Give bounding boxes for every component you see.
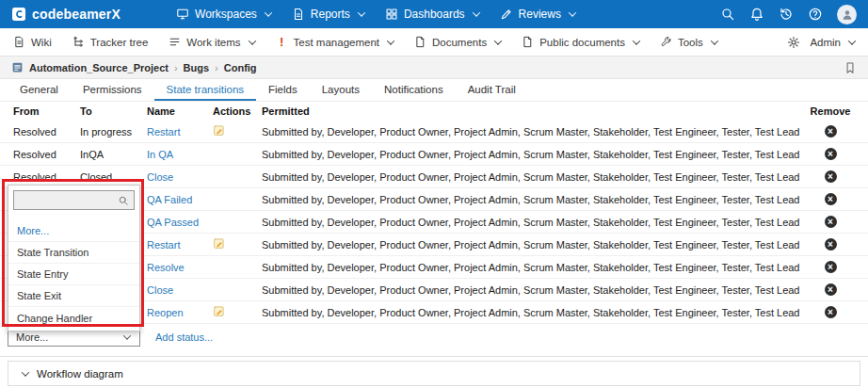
nav-reports[interactable]: Reports: [281, 0, 375, 28]
remove-icon[interactable]: ×: [825, 148, 837, 160]
remove-icon[interactable]: ×: [825, 170, 837, 183]
transition-name-link[interactable]: Close: [147, 284, 173, 296]
chevron-down-icon: [472, 8, 479, 16]
dropdown-search-box: [13, 190, 135, 210]
bookmark-icon[interactable]: [844, 61, 857, 74]
help-icon[interactable]: [808, 7, 823, 22]
transition-name-link[interactable]: Reopen: [147, 307, 184, 318]
gear-icon[interactable]: [787, 36, 800, 49]
nav-workspaces[interactable]: Workspaces: [166, 0, 281, 28]
edit-action-icon[interactable]: [213, 237, 225, 250]
remove-icon[interactable]: ×: [825, 193, 837, 205]
transition-name-link[interactable]: QA Passed: [147, 217, 199, 228]
admin-menu[interactable]: Admin: [810, 37, 855, 48]
transition-name-link[interactable]: QA Failed: [147, 194, 192, 205]
tab-state-transitions[interactable]: State transitions: [154, 79, 256, 101]
dropdown-search-input[interactable]: [19, 195, 114, 206]
permitted-cell: Submitted by, Developer, Product Owner, …: [262, 171, 800, 183]
dropdown-option-change-handler[interactable]: Change Handler: [8, 307, 139, 329]
dropdown-option-state-exit[interactable]: State Exit: [8, 285, 139, 307]
nav-label: Dashboards: [404, 8, 465, 21]
dropdown-options: More...State TransitionState EntryState …: [8, 215, 139, 331]
toolbar-item-label: Work items: [186, 37, 240, 48]
nav-label: Workspaces: [195, 8, 257, 21]
search-icon[interactable]: [720, 7, 735, 22]
breadcrumb-project[interactable]: Automation_Source_Project: [29, 62, 169, 73]
edit-action-icon[interactable]: [213, 305, 225, 317]
edit-action-icon[interactable]: [213, 124, 225, 137]
toolbar-item-tracker-tree[interactable]: Tracker tree: [72, 36, 149, 48]
tab-permissions[interactable]: Permissions: [71, 79, 154, 101]
toolbar-item-label: Tracker tree: [90, 37, 149, 48]
chevron-down-icon: [358, 8, 365, 16]
chevron-down-icon: [22, 368, 29, 376]
remove-icon[interactable]: ×: [825, 125, 837, 137]
to-cell: Closed: [80, 171, 147, 183]
wrench-icon: [660, 36, 672, 48]
nav-reviews[interactable]: Reviews: [490, 0, 586, 28]
toolbar-item-label: Wiki: [31, 37, 52, 48]
add-status-link[interactable]: Add status...: [155, 331, 213, 343]
dropdown-option-state-entry[interactable]: State Entry: [8, 264, 139, 285]
col-header-remove: Remove: [800, 105, 860, 117]
permitted-cell: Submitted by, Developer, Product Owner, …: [262, 262, 800, 273]
permitted-cell: Submitted by, Developer, Product Owner, …: [262, 307, 800, 318]
tab-layouts[interactable]: Layouts: [310, 79, 372, 101]
chevron-down-icon: [494, 37, 502, 44]
chevron-down-icon: [248, 37, 255, 44]
tab-general[interactable]: General: [8, 79, 71, 101]
doc-icon: [414, 36, 426, 48]
tab-fields[interactable]: Fields: [256, 79, 310, 101]
history-icon[interactable]: [779, 7, 794, 22]
tab-notifications[interactable]: Notifications: [372, 79, 456, 101]
tree-icon: [72, 36, 85, 48]
admin-label: Admin: [810, 37, 841, 48]
transition-name-link[interactable]: Restart: [147, 126, 180, 137]
chevron-down-icon: [848, 37, 856, 44]
exclaim-icon: !: [276, 36, 288, 48]
dropdown-option-more[interactable]: More...: [8, 220, 139, 242]
chevron-down-icon: [387, 37, 394, 44]
nav-dashboards[interactable]: Dashboards: [375, 0, 490, 28]
nav-label: Reviews: [519, 8, 561, 21]
toolbar-item-wiki[interactable]: Wiki: [13, 36, 52, 48]
notifications-icon[interactable]: [749, 7, 764, 22]
dashboards-icon: [385, 8, 398, 21]
project-icon: [11, 61, 24, 73]
toolbar-item-work-items[interactable]: Work items: [169, 36, 254, 48]
toolbar-item-tools[interactable]: Tools: [660, 36, 717, 48]
tab-audit-trail[interactable]: Audit Trail: [456, 79, 528, 101]
workflow-diagram-panel[interactable]: Workflow diagram: [8, 361, 860, 386]
topbar-actions: [720, 5, 857, 24]
app-logo[interactable]: codebeamerX: [11, 7, 121, 22]
col-header-permitted: Permitted: [262, 105, 800, 117]
transition-name-link[interactable]: Restart: [147, 239, 180, 251]
avatar[interactable]: [837, 5, 857, 24]
toolbar-item-documents[interactable]: Documents: [414, 36, 501, 48]
toolbar-item-test-management[interactable]: !Test management: [276, 36, 394, 48]
transition-name-link[interactable]: Resolve: [147, 262, 185, 273]
chevron-down-icon: [633, 37, 640, 44]
remove-icon[interactable]: ×: [825, 306, 837, 318]
search-icon: [118, 195, 129, 206]
remove-icon[interactable]: ×: [825, 283, 837, 296]
person-icon: [841, 8, 854, 21]
to-cell: InQA: [80, 149, 147, 160]
list-icon: [169, 36, 181, 48]
codebeamer-logo-icon: [11, 7, 26, 22]
reviews-icon: [500, 8, 513, 21]
toolbar-item-public-documents[interactable]: Public documents: [522, 36, 639, 48]
remove-icon[interactable]: ×: [825, 261, 837, 273]
workflow-section: Workflow diagram: [0, 356, 868, 388]
remove-icon[interactable]: ×: [825, 238, 837, 251]
remove-icon[interactable]: ×: [825, 216, 837, 228]
transition-name-link[interactable]: Close: [147, 171, 173, 183]
dropdown-option-state-transition[interactable]: State Transition: [8, 242, 139, 264]
table-row: ResolvedInQAIn QASubmitted by, Developer…: [0, 143, 868, 166]
page-icon: [13, 36, 25, 48]
transition-type-dropdown: More...State TransitionState EntryState …: [8, 185, 140, 331]
transition-name-link[interactable]: In QA: [147, 149, 173, 160]
permitted-cell: Submitted by, Developer, Product Owner, …: [262, 239, 800, 251]
chevron-down-icon: [711, 37, 718, 44]
breadcrumb-tracker[interactable]: Bugs: [184, 62, 210, 73]
